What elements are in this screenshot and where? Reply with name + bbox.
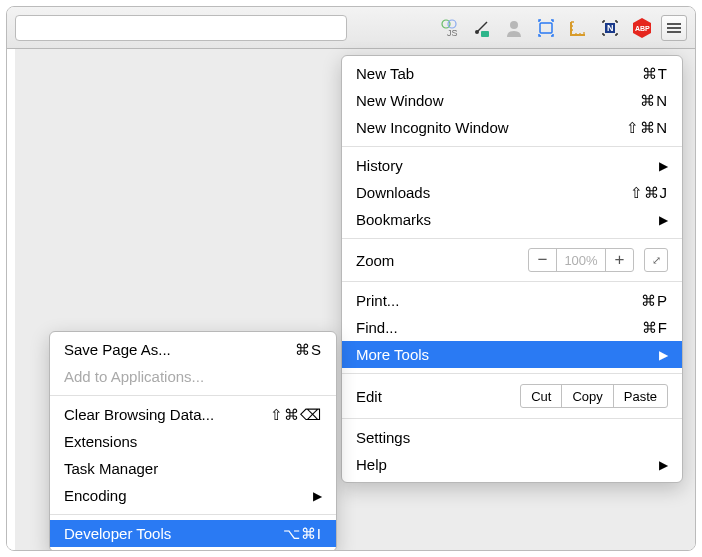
submenu-clear-browsing[interactable]: Clear Browsing Data...⇧⌘⌫ [50,401,336,428]
submenu-arrow-icon: ▶ [313,489,322,503]
submenu-add-to-apps: Add to Applications... [50,363,336,390]
submenu-extensions[interactable]: Extensions [50,428,336,455]
cut-button[interactable]: Cut [521,385,561,407]
more-tools-submenu: Save Page As...⌘S Add to Applications...… [49,331,337,551]
menu-help[interactable]: Help▶ [342,451,682,478]
menu-more-tools[interactable]: More Tools▶ [342,341,682,368]
screenshot-icon[interactable] [533,15,559,41]
submenu-save-page[interactable]: Save Page As...⌘S [50,336,336,363]
js-extension-icon[interactable]: JS [437,15,463,41]
zoom-in-button[interactable]: + [605,249,633,271]
color-picker-icon[interactable] [469,15,495,41]
submenu-arrow-icon: ▶ [659,348,668,362]
separator [342,281,682,282]
submenu-encoding[interactable]: Encoding▶ [50,482,336,509]
separator [342,373,682,374]
svg-line-3 [477,22,487,32]
menu-new-window[interactable]: New Window⌘N [342,87,682,114]
svg-text:JS: JS [447,28,458,38]
copy-button[interactable]: Copy [561,385,612,407]
separator [342,146,682,147]
abp-icon[interactable]: ABP [629,15,655,41]
svg-point-4 [475,30,479,34]
paste-button[interactable]: Paste [613,385,667,407]
submenu-task-manager[interactable]: Task Manager [50,455,336,482]
menu-new-tab[interactable]: New Tab⌘T [342,60,682,87]
zoom-level: 100% [557,249,605,271]
separator [342,238,682,239]
menu-find[interactable]: Find...⌘F [342,314,682,341]
menu-new-incognito[interactable]: New Incognito Window⇧⌘N [342,114,682,141]
menu-bookmarks[interactable]: Bookmarks▶ [342,206,682,233]
menu-edit: Edit Cut Copy Paste [342,379,682,413]
fullscreen-button[interactable]: ⤢ [644,248,668,272]
svg-point-1 [448,20,456,28]
menu-downloads[interactable]: Downloads⇧⌘J [342,179,682,206]
hamburger-menu-button[interactable] [661,15,687,41]
svg-text:N: N [607,23,614,33]
svg-point-6 [510,21,518,29]
svg-text:ABP: ABP [635,25,650,32]
zoom-out-button[interactable]: − [529,249,557,271]
menu-print[interactable]: Print...⌘P [342,287,682,314]
submenu-arrow-icon: ▶ [659,159,668,173]
submenu-developer-tools[interactable]: Developer Tools⌥⌘I [50,520,336,547]
separator [50,395,336,396]
profile-icon[interactable] [501,15,527,41]
menu-zoom: Zoom − 100% + ⤢ [342,244,682,276]
address-bar[interactable] [15,15,347,41]
separator [50,514,336,515]
ruler-icon[interactable] [565,15,591,41]
n-extension-icon[interactable]: N [597,15,623,41]
svg-rect-7 [540,23,552,33]
main-menu: New Tab⌘T New Window⌘N New Incognito Win… [341,55,683,483]
submenu-arrow-icon: ▶ [659,458,668,472]
browser-toolbar: JS N ABP [7,7,695,49]
menu-settings[interactable]: Settings [342,424,682,451]
submenu-arrow-icon: ▶ [659,213,668,227]
svg-rect-5 [481,31,489,37]
menu-history[interactable]: History▶ [342,152,682,179]
separator [342,418,682,419]
